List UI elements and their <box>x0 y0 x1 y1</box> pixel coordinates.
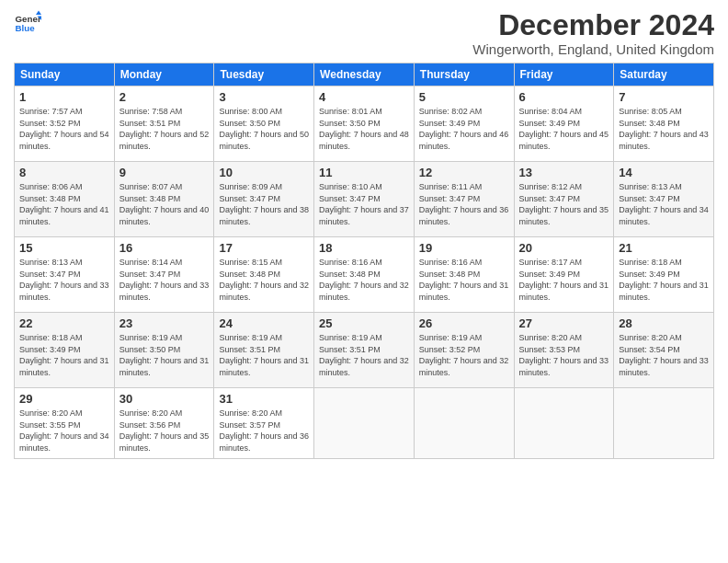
day-number: 30 <box>119 392 210 406</box>
calendar-cell: 26Sunrise: 8:19 AMSunset: 3:52 PMDayligh… <box>414 313 514 388</box>
calendar-cell: 5Sunrise: 8:02 AMSunset: 3:49 PMDaylight… <box>414 86 514 162</box>
day-number: 18 <box>319 241 409 255</box>
calendar-page: General Blue December 2024 Wingerworth, … <box>0 0 728 563</box>
day-info: Sunrise: 8:06 AMSunset: 3:48 PMDaylight:… <box>19 181 109 227</box>
calendar-cell: 13Sunrise: 8:12 AMSunset: 3:47 PMDayligh… <box>514 162 614 237</box>
calendar-cell: 9Sunrise: 8:07 AMSunset: 3:48 PMDaylight… <box>114 162 214 237</box>
day-info: Sunrise: 8:16 AMSunset: 3:48 PMDaylight:… <box>319 257 409 303</box>
day-info: Sunrise: 8:05 AMSunset: 3:48 PMDaylight:… <box>619 106 709 152</box>
day-info: Sunrise: 8:20 AMSunset: 3:55 PMDaylight:… <box>19 408 109 454</box>
calendar-cell <box>614 388 714 458</box>
day-number: 29 <box>19 392 109 406</box>
svg-text:General: General <box>16 14 42 24</box>
day-info: Sunrise: 8:19 AMSunset: 3:51 PMDaylight:… <box>319 332 409 378</box>
header-tuesday: Tuesday <box>214 63 314 86</box>
calendar-cell: 15Sunrise: 8:13 AMSunset: 3:47 PMDayligh… <box>15 237 115 313</box>
calendar-cell: 8Sunrise: 8:06 AMSunset: 3:48 PMDaylight… <box>15 162 115 237</box>
header-wednesday: Wednesday <box>314 63 415 86</box>
header-sunday: Sunday <box>15 63 115 86</box>
calendar-cell: 11Sunrise: 8:10 AMSunset: 3:47 PMDayligh… <box>314 162 415 237</box>
day-number: 20 <box>519 241 609 255</box>
day-number: 13 <box>519 166 609 179</box>
calendar-cell: 29Sunrise: 8:20 AMSunset: 3:55 PMDayligh… <box>15 388 115 458</box>
calendar-cell: 19Sunrise: 8:16 AMSunset: 3:48 PMDayligh… <box>414 237 514 313</box>
calendar-cell: 30Sunrise: 8:20 AMSunset: 3:56 PMDayligh… <box>114 388 214 458</box>
calendar-cell: 2Sunrise: 7:58 AMSunset: 3:51 PMDaylight… <box>114 86 214 162</box>
day-number: 22 <box>19 316 109 330</box>
calendar-row: 29Sunrise: 8:20 AMSunset: 3:55 PMDayligh… <box>15 388 714 458</box>
day-number: 4 <box>319 90 409 104</box>
calendar-cell: 10Sunrise: 8:09 AMSunset: 3:47 PMDayligh… <box>214 162 314 237</box>
day-number: 23 <box>119 316 210 330</box>
calendar-cell: 18Sunrise: 8:16 AMSunset: 3:48 PMDayligh… <box>314 237 415 313</box>
day-info: Sunrise: 8:11 AMSunset: 3:47 PMDaylight:… <box>419 181 509 227</box>
day-number: 9 <box>119 166 210 179</box>
calendar-cell: 21Sunrise: 8:18 AMSunset: 3:49 PMDayligh… <box>614 237 714 313</box>
day-info: Sunrise: 8:10 AMSunset: 3:47 PMDaylight:… <box>319 181 409 227</box>
header-friday: Friday <box>514 63 614 86</box>
day-number: 15 <box>19 241 109 255</box>
day-number: 3 <box>219 90 309 104</box>
day-info: Sunrise: 8:20 AMSunset: 3:57 PMDaylight:… <box>219 408 309 454</box>
day-info: Sunrise: 8:15 AMSunset: 3:48 PMDaylight:… <box>219 257 309 303</box>
day-number: 31 <box>219 392 309 406</box>
day-number: 14 <box>619 166 709 179</box>
day-info: Sunrise: 8:14 AMSunset: 3:47 PMDaylight:… <box>119 257 210 303</box>
header-monday: Monday <box>114 63 214 86</box>
svg-text:Blue: Blue <box>16 23 36 33</box>
day-info: Sunrise: 8:19 AMSunset: 3:50 PMDaylight:… <box>119 332 210 378</box>
day-info: Sunrise: 8:20 AMSunset: 3:53 PMDaylight:… <box>519 332 609 378</box>
month-title: December 2024 <box>472 9 714 41</box>
calendar-cell: 7Sunrise: 8:05 AMSunset: 3:48 PMDaylight… <box>614 86 714 162</box>
calendar-cell: 24Sunrise: 8:19 AMSunset: 3:51 PMDayligh… <box>214 313 314 388</box>
calendar-cell: 23Sunrise: 8:19 AMSunset: 3:50 PMDayligh… <box>114 313 214 388</box>
calendar-cell: 22Sunrise: 8:18 AMSunset: 3:49 PMDayligh… <box>15 313 115 388</box>
header: General Blue December 2024 Wingerworth, … <box>14 9 714 57</box>
calendar-body: 1Sunrise: 7:57 AMSunset: 3:52 PMDaylight… <box>15 86 714 458</box>
calendar-cell <box>414 388 514 458</box>
day-info: Sunrise: 8:13 AMSunset: 3:47 PMDaylight:… <box>19 257 109 303</box>
day-info: Sunrise: 8:20 AMSunset: 3:54 PMDaylight:… <box>619 332 709 378</box>
calendar-cell: 20Sunrise: 8:17 AMSunset: 3:49 PMDayligh… <box>514 237 614 313</box>
calendar-cell: 12Sunrise: 8:11 AMSunset: 3:47 PMDayligh… <box>414 162 514 237</box>
calendar-row: 22Sunrise: 8:18 AMSunset: 3:49 PMDayligh… <box>15 313 714 388</box>
calendar-cell: 14Sunrise: 8:13 AMSunset: 3:47 PMDayligh… <box>614 162 714 237</box>
day-number: 16 <box>119 241 210 255</box>
day-info: Sunrise: 7:58 AMSunset: 3:51 PMDaylight:… <box>119 106 210 152</box>
calendar-cell <box>314 388 415 458</box>
calendar-cell: 3Sunrise: 8:00 AMSunset: 3:50 PMDaylight… <box>214 86 314 162</box>
day-info: Sunrise: 8:01 AMSunset: 3:50 PMDaylight:… <box>319 106 409 152</box>
day-info: Sunrise: 8:16 AMSunset: 3:48 PMDaylight:… <box>419 257 509 303</box>
day-number: 6 <box>519 90 609 104</box>
day-number: 8 <box>19 166 109 179</box>
day-number: 21 <box>619 241 709 255</box>
calendar-cell: 28Sunrise: 8:20 AMSunset: 3:54 PMDayligh… <box>614 313 714 388</box>
day-info: Sunrise: 8:02 AMSunset: 3:49 PMDaylight:… <box>419 106 509 152</box>
day-info: Sunrise: 7:57 AMSunset: 3:52 PMDaylight:… <box>19 106 109 152</box>
day-info: Sunrise: 8:04 AMSunset: 3:49 PMDaylight:… <box>519 106 609 152</box>
day-number: 27 <box>519 316 609 330</box>
day-info: Sunrise: 8:17 AMSunset: 3:49 PMDaylight:… <box>519 257 609 303</box>
day-number: 24 <box>219 316 309 330</box>
calendar-cell: 16Sunrise: 8:14 AMSunset: 3:47 PMDayligh… <box>114 237 214 313</box>
day-info: Sunrise: 8:00 AMSunset: 3:50 PMDaylight:… <box>219 106 309 152</box>
day-number: 10 <box>219 166 309 179</box>
header-thursday: Thursday <box>414 63 514 86</box>
day-number: 2 <box>119 90 210 104</box>
day-info: Sunrise: 8:12 AMSunset: 3:47 PMDaylight:… <box>519 181 609 227</box>
day-info: Sunrise: 8:09 AMSunset: 3:47 PMDaylight:… <box>219 181 309 227</box>
day-number: 7 <box>619 90 709 104</box>
header-saturday: Saturday <box>614 63 714 86</box>
day-info: Sunrise: 8:18 AMSunset: 3:49 PMDaylight:… <box>19 332 109 378</box>
day-info: Sunrise: 8:19 AMSunset: 3:51 PMDaylight:… <box>219 332 309 378</box>
logo-icon: General Blue <box>14 9 41 37</box>
logo: General Blue <box>14 9 41 37</box>
header-row: Sunday Monday Tuesday Wednesday Thursday… <box>15 63 714 86</box>
calendar-cell <box>514 388 614 458</box>
day-number: 25 <box>319 316 409 330</box>
title-block: December 2024 Wingerworth, England, Unit… <box>472 9 714 57</box>
day-number: 5 <box>419 90 509 104</box>
calendar-cell: 4Sunrise: 8:01 AMSunset: 3:50 PMDaylight… <box>314 86 415 162</box>
day-number: 12 <box>419 166 509 179</box>
day-number: 28 <box>619 316 709 330</box>
